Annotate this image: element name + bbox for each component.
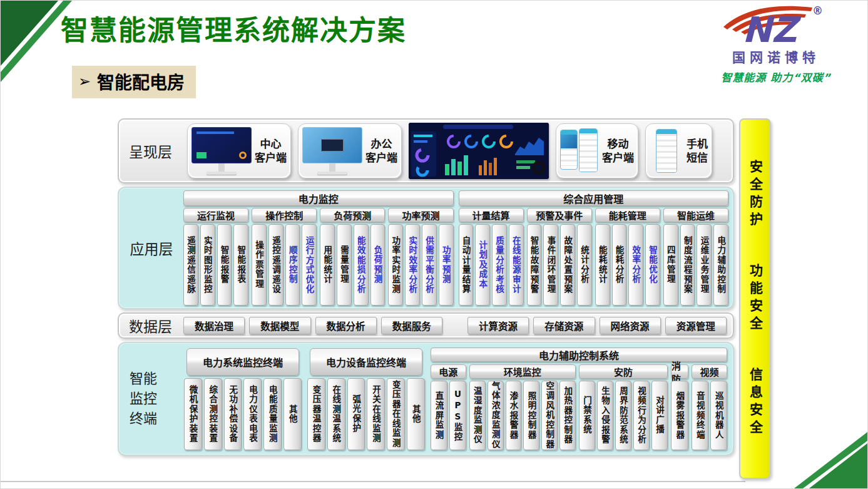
section-header: 功率预测 [388,208,453,222]
subgroup-header: 安防 [579,364,668,379]
data-item: 数据分析 [315,317,377,334]
feature-item: 能耗分析 [612,224,627,306]
terminal-item: 周界防范系统 [615,381,631,450]
section-header: 计量结算 [459,208,524,222]
terminal-item: 巡视机器人 [710,381,727,450]
feature-item: 负荷预测 [370,224,385,306]
section-header: 预警及事件 [527,208,592,222]
sms-label: 手机 短信 [687,137,708,165]
resource-item: 网络资源 [600,317,661,334]
architecture-diagram: 呈现层 中心 客户端 办公 客户端 [118,118,734,456]
section-alert-events: 预警及事件 智能故障预警 事件闭环管理 故障处置预案 统计分析 [527,208,592,306]
feature-item: 操作票管理 [252,224,267,306]
feature-item: 功率实时监测 [388,224,403,306]
section-load-forecast: 负荷预测 用能统计 需量管理 能效能损分析 负荷预测 [320,208,385,306]
group-header: 综合应用管理 [459,190,729,206]
feature-item: 能耗统计 [595,224,610,306]
group-header: 电力监控 [183,190,454,206]
section-header: 操作控制 [252,208,317,222]
mobile-client-card: 移动 客户端 [556,123,638,178]
section-header: 智能运维 [663,208,728,222]
application-layer: 应用层 电力监控 运行监视 遥测遥信遥脉 实时图形监控 智能报警 智能报表 [118,187,734,309]
subgroup-header: 环境监控 [469,364,576,379]
resource-item: 计算资源 [467,317,529,334]
feature-item: 电力辅助控制 [713,224,728,306]
registered-mark: ® [812,4,823,17]
feature-item: 遥测遥信遥脉 [183,224,198,306]
feature-item: 故障处置预案 [560,224,575,306]
section-operation-monitoring: 运行监视 遥测遥信遥脉 实时图形监控 智能报警 智能报表 [183,208,248,306]
terminal-item: 渗水报警器 [506,381,522,450]
terminal-item: 温湿度监测仪 [469,381,486,450]
terminal-item: UPS监控 [449,381,466,450]
power-monitoring-group: 电力监控 运行监视 遥测遥信遥脉 实时图形监控 智能报警 智能报表 操作控制 [183,190,454,306]
feature-item: 事件闭环管理 [543,224,558,306]
terminal-item: 开关在线监测 [367,378,385,450]
feature-item: 制度流程预案 [680,224,695,306]
feature-item: 四库管理 [663,224,678,306]
feature-item: 计划及成本 [475,224,490,306]
terminal-item: 音视频终端 [692,381,708,450]
feature-item: 运维业务管理 [697,224,712,306]
terminal-item: 在线测温系统 [327,378,345,450]
group-header: 电力系统监控终端 [186,348,299,376]
data-layer: 数据层 数据治理 数据模型 数据分析 数据服务 计算资源 存储资源 网络资源 资… [118,312,734,339]
terminal-item: 视频行为分析 [633,381,650,450]
terminal-item: 直流屏监测 [431,381,447,450]
section-header: 能耗管理 [595,208,660,222]
office-client-label: 办公 客户端 [365,137,397,165]
data-item: 数据模型 [249,317,310,334]
terminal-item: 电能质量监测 [263,378,282,450]
terminal-item: 无功补偿设备 [224,378,242,450]
section-tag: ➢ 智能配电房 [72,66,196,98]
subgroup-header: 消防 [671,364,688,379]
arrow-bullet-icon: ➢ [78,73,91,90]
terminal-item: 电力仪表电表 [243,378,262,450]
section-metering-settlement: 计量结算 自动计量结算 计划及成本 质量分析考核 在线能源审计 [459,208,524,306]
section-power-forecast: 功率预测 功率实时监测 实时效率分析 供需平衡分析 功率预测 [388,208,453,306]
subgroup-power: 电源 直流屏监测 UPS监控 [431,364,466,450]
subgroup-fire: 消防 烟雾报警器 [671,364,688,450]
security-sidebar: 安全防护 功能安全 信息安全 [739,118,771,479]
presentation-layer: 呈现层 中心 客户端 办公 客户端 [118,118,734,183]
center-client-label: 中心 客户端 [255,137,287,165]
company-name: 国网诺博特 [707,47,845,66]
terminal-item: 其他 [407,378,425,450]
section-title: 智能配电房 [97,69,185,94]
feature-item: 需量管理 [337,224,352,306]
feature-item: 用能统计 [320,224,335,306]
terminal-item: 其他 [283,378,302,450]
application-layer-label: 应用层 [123,190,180,306]
feature-item: 智能故障预警 [527,224,542,306]
terminal-item: 烟雾报警器 [671,381,688,450]
data-item: 数据治理 [183,317,245,334]
feature-item: 实时效率分析 [405,224,420,306]
subgroup-security: 安防 门禁系统 生物入侵报警 周界防范系统 视频行为分析 对讲广播 [579,364,668,450]
feature-item: 实时图形监控 [200,224,215,306]
data-layer-label: 数据层 [125,315,179,336]
section-energy-management: 能耗管理 能耗统计 能耗分析 效率分析 智能优化 [595,208,660,306]
terminal-item: 生物入侵报警 [597,381,613,450]
feature-item: 自动计量结算 [459,224,474,306]
section-operation-control: 操作控制 操作票管理 遥控遥调遥设 顺序控制 运行方式优化 [252,208,317,306]
feature-item: 能效能损分析 [354,224,369,306]
terminal-item: 加热器控制器 [559,381,576,450]
company-logo: NZ ® 国网诺博特 智慧能源 助力“双碳” [707,2,845,85]
feature-item: 智能报表 [233,224,248,306]
feature-item: 运行方式优化 [302,224,317,306]
terminal-item: 变压器温控器 [307,378,325,450]
terminal-item: 空调风机控制器 [541,381,558,450]
terminal-item: 对讲广播 [651,381,668,450]
resource-item: 资源管理 [665,317,727,334]
feature-item: 智能报警 [217,224,232,306]
section-header: 负荷预测 [320,208,385,222]
mobile-phones-icon [560,128,599,173]
presentation-layer-label: 呈现层 [125,140,180,162]
terminal-layer-label: 智能 监控 终端 [125,347,178,450]
subgroup-header: 电源 [431,364,466,379]
sms-phone-icon [650,129,683,173]
sms-card: 手机 短信 [645,123,712,178]
data-item: 数据服务 [381,317,442,334]
resource-item: 存储资源 [533,317,595,334]
center-client-card: 中心 客户端 [187,123,291,178]
